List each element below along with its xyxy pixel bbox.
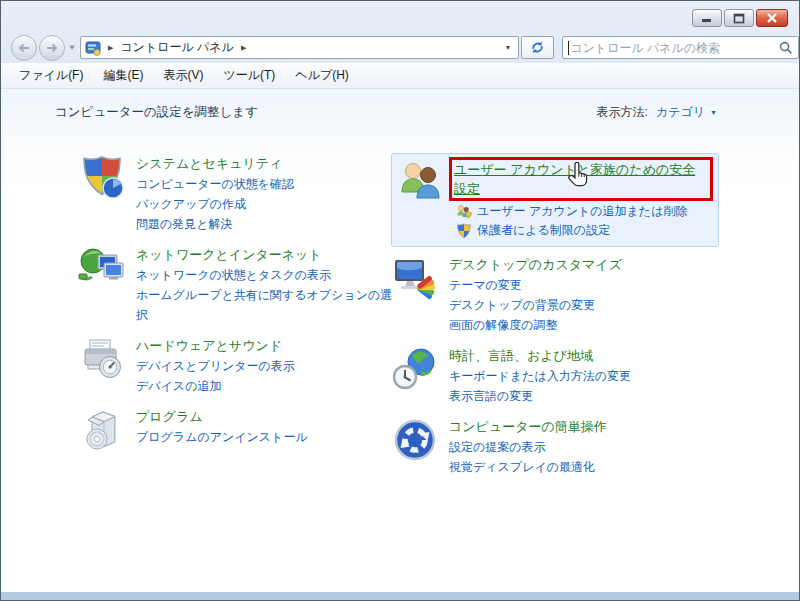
task-link-change-theme[interactable]: テーマの変更	[449, 275, 622, 295]
breadcrumb-location[interactable]: コントロール パネル	[120, 39, 234, 56]
chevron-down-icon: ▼	[710, 109, 717, 116]
task-link-add-device[interactable]: デバイスの追加	[136, 376, 295, 396]
network-globe-icon[interactable]	[78, 244, 126, 292]
user-shield-icon	[456, 204, 472, 220]
search-input[interactable]	[570, 41, 779, 55]
refresh-button[interactable]	[521, 36, 554, 59]
user-accounts-icon[interactable]	[397, 158, 445, 206]
program-box-icon[interactable]	[78, 406, 126, 454]
task-link-change-background[interactable]: デスクトップの背景の変更	[449, 295, 622, 315]
menu-help[interactable]: ヘルプ(H)	[285, 67, 359, 84]
category-user-accounts-panel[interactable]: ユーザー アカウントと家族のための安全設定	[391, 153, 719, 247]
menu-file[interactable]: ファイル(F)	[9, 67, 93, 84]
view-by-dropdown[interactable]: カテゴリ ▼	[656, 104, 717, 121]
category-user-accounts: ユーザー アカウントと家族のための安全設定	[397, 158, 713, 240]
view-by-value[interactable]: カテゴリ	[656, 104, 705, 121]
category-network-internet: ネットワークとインターネット ネットワークの状態とタスクの表示 ホームグループと…	[78, 244, 396, 325]
content-area: コンピューターの設定を調整します 表示方法: カテゴリ ▼	[1, 89, 799, 592]
category-title-system-security[interactable]: システムとセキュリティ	[136, 154, 294, 174]
annotation-highlight-box: ユーザー アカウントと家族のための安全設定	[449, 157, 713, 201]
view-by-label: 表示方法:	[597, 104, 648, 121]
search-icon	[779, 41, 793, 55]
titlebar[interactable]	[1, 1, 799, 32]
refresh-icon	[530, 40, 545, 55]
address-dropdown-icon[interactable]: ▼	[504, 44, 514, 51]
category-clock-language: 時計、言語、および地域 キーボードまたは入力方法の変更 表示言語の変更	[391, 345, 719, 406]
forward-arrow-icon	[44, 41, 60, 55]
left-column: システムとセキュリティ コンピューターの状態を確認 バックアップの作成 問題の発…	[78, 153, 396, 464]
menu-tools[interactable]: ツール(T)	[213, 67, 285, 84]
task-link-suggested-settings[interactable]: 設定の提案の表示	[449, 437, 607, 457]
security-shield-icon[interactable]	[78, 153, 126, 201]
navigation-bar: ▼ ▶ コントロール パネル ▶ ▼	[1, 32, 799, 63]
task-link-backup[interactable]: バックアップの作成	[136, 194, 294, 214]
text-caret	[568, 41, 569, 55]
category-appearance: デスクトップのカスタマイズ テーマの変更 デスクトップの背景の変更 画面の解像度…	[391, 254, 719, 335]
task-link-change-display-language[interactable]: 表示言語の変更	[449, 386, 631, 406]
address-bar[interactable]: ▶ コントロール パネル ▶ ▼	[80, 36, 519, 59]
back-arrow-icon	[16, 41, 32, 55]
window-controls	[692, 9, 788, 27]
back-button[interactable]	[11, 35, 37, 61]
ease-of-access-icon[interactable]	[391, 416, 439, 464]
desktop-customize-icon[interactable]	[391, 254, 439, 302]
menu-edit[interactable]: 編集(E)	[93, 67, 153, 84]
right-column: ユーザー アカウントと家族のための安全設定	[391, 153, 719, 487]
forward-button[interactable]	[39, 35, 65, 61]
category-title-clock-language[interactable]: 時計、言語、および地域	[449, 346, 631, 366]
recent-pages-chevron-icon[interactable]: ▼	[65, 43, 80, 52]
task-link-network-status[interactable]: ネットワークの状態とタスクの表示	[136, 265, 396, 285]
control-panel-window: ▼ ▶ コントロール パネル ▶ ▼ ファイル(F) 編集(E) 表示(V) ツ…	[0, 0, 800, 601]
task-link-screen-resolution[interactable]: 画面の解像度の調整	[449, 315, 622, 335]
category-title-network[interactable]: ネットワークとインターネット	[136, 245, 396, 265]
task-link-change-keyboards[interactable]: キーボードまたは入力方法の変更	[449, 366, 631, 386]
page-header: コンピューターの設定を調整します 表示方法: カテゴリ ▼	[55, 104, 717, 121]
category-ease-of-access: コンピューターの簡単操作 設定の提案の表示 視覚ディスプレイの最適化	[391, 416, 719, 477]
view-by: 表示方法: カテゴリ ▼	[597, 104, 717, 121]
task-link-add-remove-accounts[interactable]: ユーザー アカウントの追加または削除	[477, 202, 687, 221]
menu-view[interactable]: 表示(V)	[153, 67, 213, 84]
category-title-ease-of-access[interactable]: コンピューターの簡単操作	[449, 417, 607, 437]
task-link-parental-controls[interactable]: 保護者による制限の設定	[477, 221, 610, 240]
minimize-button[interactable]	[692, 9, 722, 27]
breadcrumb-expand-icon[interactable]: ▶	[234, 44, 253, 52]
printer-gauge-icon[interactable]	[78, 335, 126, 383]
control-panel-icon	[85, 40, 101, 56]
task-link-check-status[interactable]: コンピューターの状態を確認	[136, 174, 294, 194]
category-title-hardware[interactable]: ハードウェアとサウンド	[136, 336, 295, 356]
category-title-programs[interactable]: プログラム	[136, 407, 308, 427]
close-button[interactable]	[756, 9, 788, 27]
category-programs: プログラム プログラムのアンインストール	[78, 406, 396, 454]
task-link-devices-printers[interactable]: デバイスとプリンターの表示	[136, 356, 295, 376]
category-title-appearance[interactable]: デスクトップのカスタマイズ	[449, 255, 622, 275]
task-link-uninstall[interactable]: プログラムのアンインストール	[136, 427, 308, 447]
search-box[interactable]	[562, 36, 799, 59]
menu-bar: ファイル(F) 編集(E) 表示(V) ツール(T) ヘルプ(H)	[1, 63, 799, 89]
uac-shield-icon	[456, 223, 472, 239]
task-link-troubleshoot[interactable]: 問題の発見と解決	[136, 214, 294, 234]
category-title-user-accounts[interactable]: ユーザー アカウントと家族のための安全設定	[454, 162, 695, 196]
task-link-homegroup[interactable]: ホームグループと共有に関するオプションの選択	[136, 285, 396, 325]
breadcrumb-arrow-icon[interactable]: ▶	[101, 44, 120, 52]
page-title: コンピューターの設定を調整します	[55, 104, 258, 121]
category-hardware-sound: ハードウェアとサウンド デバイスとプリンターの表示 デバイスの追加	[78, 335, 396, 396]
category-system-security: システムとセキュリティ コンピューターの状態を確認 バックアップの作成 問題の発…	[78, 153, 396, 234]
clock-globe-icon[interactable]	[391, 345, 439, 393]
maximize-button[interactable]	[724, 9, 754, 27]
task-link-optimize-display[interactable]: 視覚ディスプレイの最適化	[449, 457, 607, 477]
